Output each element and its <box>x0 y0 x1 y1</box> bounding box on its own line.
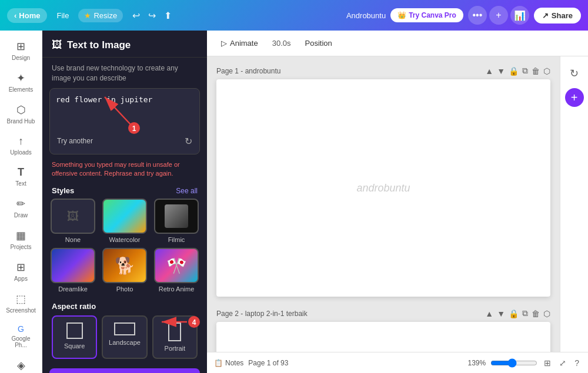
prompt-input[interactable]: red flower in jupiter <box>56 95 193 130</box>
sidebar-item-brandhub[interactable]: ⬡ Brand Hub <box>4 99 39 129</box>
page-more[interactable]: ⬡ <box>543 66 550 76</box>
aspect-landscape[interactable]: Landscape <box>102 315 147 359</box>
panel-title: Text to Image <box>67 39 131 51</box>
sidebar-item-brandfetch[interactable]: ◈ Brandfetch <box>4 354 39 373</box>
page-2-controls: ▲ ▼ 🔒 ⧉ 🗑 ⬡ <box>485 308 550 318</box>
fit-page-button[interactable]: ⊞ <box>542 357 553 369</box>
style-dreamlike[interactable]: Dreamlike <box>49 248 96 293</box>
see-all-link[interactable]: See all <box>176 187 198 195</box>
page-copy[interactable]: ⧉ <box>522 66 528 76</box>
page2-lock[interactable]: 🔒 <box>509 309 519 318</box>
upload-button[interactable]: ⬆ <box>162 8 174 23</box>
projects-icon: ▦ <box>16 229 26 242</box>
page-expand-down[interactable]: ▼ <box>497 66 505 76</box>
help-button[interactable]: ? <box>573 357 581 369</box>
aspect-ratio-title: Aspect ratio <box>52 302 198 311</box>
position-button[interactable]: Position <box>300 36 337 50</box>
page-collapse-up[interactable]: ▲ <box>485 66 493 76</box>
share-label: Share <box>552 11 573 20</box>
aspect-ratio-section: Aspect ratio Square Landscape Portrait <box>42 298 207 364</box>
more-button[interactable]: ••• <box>468 6 487 25</box>
sidebar-label-google: Google Ph... <box>6 335 36 348</box>
page2-collapse-up[interactable]: ▲ <box>485 309 493 318</box>
sidebar-item-screenshot[interactable]: ⬚ Screenshot <box>4 288 39 318</box>
secondary-toolbar: ▷ Animate 30.0s Position <box>207 31 588 56</box>
sidebar-item-elements[interactable]: ✦ Elements <box>4 67 39 98</box>
home-button[interactable]: ‹ Home <box>7 8 47 23</box>
animate-button[interactable]: ▷ Animate <box>216 36 263 50</box>
style-watercolor[interactable]: Watercolor <box>101 199 148 243</box>
animate-label: Animate <box>230 39 258 48</box>
animate-icon: ▷ <box>221 39 227 48</box>
notes-button[interactable]: 📋 Notes <box>214 359 243 367</box>
google-icon: G <box>18 324 24 334</box>
sidebar-item-google[interactable]: G Google Ph... <box>4 320 39 353</box>
main-layout: ⊞ Design ✦ Elements ⬡ Brand Hub ↑ Upload… <box>0 31 588 373</box>
try-another-row: Try another ↻ <box>56 132 193 148</box>
fullscreen-button[interactable]: ⤢ <box>557 357 568 369</box>
style-none[interactable]: 🖼 None <box>49 199 96 243</box>
aspect-portrait[interactable]: Portrait <box>152 315 198 359</box>
page-1-watermark: androbuntu <box>356 182 410 194</box>
star-icon: ★ <box>84 11 91 20</box>
sidebar-item-uploads[interactable]: ↑ Uploads <box>4 130 39 160</box>
page-1-controls: ▲ ▼ 🔒 ⧉ 🗑 ⬡ <box>485 66 550 76</box>
page2-expand-down[interactable]: ▼ <box>497 309 505 318</box>
landscape-shape <box>114 322 135 335</box>
zoom-slider[interactable] <box>490 358 537 368</box>
sidebar-item-text[interactable]: T Text <box>4 162 39 191</box>
sidebar-label-brandhub: Brand Hub <box>7 118 35 125</box>
style-filmic[interactable]: Filmic <box>153 199 200 243</box>
sidebar-item-projects[interactable]: ▦ Projects <box>4 224 39 255</box>
screenshot-icon: ⬚ <box>16 293 26 305</box>
canvas-page-2[interactable] <box>216 322 550 352</box>
portrait-shape <box>168 322 181 341</box>
create-image-button[interactable]: Create your image <box>49 368 200 373</box>
panel-description: Use brand new technology to create any i… <box>42 58 207 88</box>
file-button[interactable]: File <box>52 9 74 22</box>
style-retro-anime-label: Retro Anime <box>159 285 195 293</box>
stats-button[interactable]: 📊 <box>510 6 529 25</box>
page2-delete[interactable]: 🗑 <box>532 309 540 318</box>
add-page-button[interactable]: + <box>565 88 584 107</box>
style-filmic-label: Filmic <box>168 236 185 243</box>
apps-icon: ⊞ <box>16 261 25 274</box>
refresh-icon[interactable]: ↻ <box>185 136 192 147</box>
style-photo-label: Photo <box>116 285 133 293</box>
undo-button[interactable]: ↩ <box>130 8 142 23</box>
add-button[interactable]: + <box>489 6 508 25</box>
bottom-bar: 📋 Notes Page 1 of 93 139% ⊞ ⤢ ? <box>207 352 588 373</box>
page-lock[interactable]: 🔒 <box>509 66 519 76</box>
resize-label: Resize <box>93 11 117 20</box>
topbar-action-group: ••• + 📊 <box>468 6 529 25</box>
share-button[interactable]: ↗ Share <box>534 8 581 23</box>
page-delete[interactable]: 🗑 <box>532 66 540 76</box>
try-canva-label: Try Canva Pro <box>409 11 456 19</box>
page-2-label-bar: Page 2 - laptop 2-in-1 terbaik ▲ ▼ 🔒 ⧉ 🗑… <box>216 308 550 318</box>
page2-more[interactable]: ⬡ <box>543 309 550 318</box>
sidebar-item-draw[interactable]: ✏ Draw <box>4 193 39 223</box>
page-1-label: Page 1 - androbuntu <box>216 67 280 75</box>
aspect-landscape-label: Landscape <box>109 339 141 346</box>
time-display: 30.0s <box>272 39 291 48</box>
panel-icon: 🖼 <box>52 39 62 51</box>
page2-copy[interactable]: ⧉ <box>522 308 528 318</box>
style-photo[interactable]: 🐕 Photo <box>101 248 148 293</box>
style-retro-anime[interactable]: 🎌 Retro Anime <box>153 248 200 293</box>
resize-button[interactable]: ★ Resize <box>78 9 123 22</box>
sidebar-item-design[interactable]: ⊞ Design <box>4 35 39 66</box>
rotate-button[interactable]: ↻ <box>566 63 582 83</box>
page-1-block: Page 1 - androbuntu ▲ ▼ 🔒 ⧉ 🗑 ⬡ androbun… <box>216 66 550 297</box>
aspect-square[interactable]: Square <box>52 315 97 359</box>
style-dreamlike-label: Dreamlike <box>58 285 88 293</box>
sidebar-label-screenshot: Screenshot <box>6 307 36 314</box>
canvas-page-1[interactable]: androbuntu <box>216 79 550 297</box>
try-canva-button[interactable]: 👑 Try Canva Pro <box>390 8 463 22</box>
redo-button[interactable]: ↪ <box>146 8 158 23</box>
try-another-button[interactable]: Try another <box>57 137 93 145</box>
sidebar-label-text: Text <box>15 180 26 187</box>
sidebar-label-uploads: Uploads <box>10 149 32 156</box>
styles-title: Styles <box>52 186 74 195</box>
aspect-portrait-label: Portrait <box>165 345 185 352</box>
sidebar-item-apps[interactable]: ⊞ Apps <box>4 256 39 287</box>
